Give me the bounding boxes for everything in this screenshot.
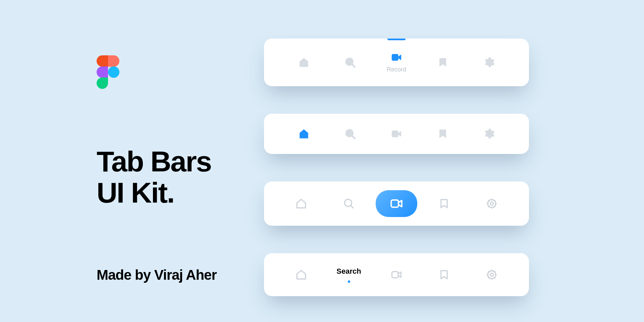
- tab-record[interactable]: [373, 253, 420, 296]
- tab-search[interactable]: [327, 114, 373, 154]
- active-indicator: [387, 39, 406, 40]
- tab-label: Search: [336, 267, 361, 276]
- bookmark-icon: [438, 198, 450, 209]
- tabbar-variant-1: Record: [264, 39, 529, 86]
- gear-icon: [486, 269, 497, 280]
- bookmark-icon: [438, 269, 450, 280]
- tab-search[interactable]: [327, 39, 373, 86]
- gear-icon: [483, 128, 495, 140]
- home-icon: [296, 269, 307, 280]
- gear-icon: [486, 198, 497, 209]
- tab-search[interactable]: Search: [325, 253, 373, 296]
- tab-home[interactable]: [277, 181, 325, 226]
- tab-settings[interactable]: [466, 39, 512, 86]
- tab-settings[interactable]: [468, 253, 516, 296]
- active-dot-indicator: [348, 280, 350, 283]
- tab-bookmark[interactable]: [420, 114, 466, 154]
- tab-settings[interactable]: [468, 181, 516, 226]
- video-icon: [391, 128, 402, 140]
- home-icon: [298, 57, 310, 68]
- tab-search[interactable]: [325, 181, 373, 226]
- tab-home[interactable]: [281, 114, 327, 154]
- home-icon: [296, 198, 307, 209]
- video-icon: [391, 52, 402, 63]
- tab-record[interactable]: [373, 114, 420, 154]
- tab-record[interactable]: Record: [373, 39, 420, 86]
- tab-home[interactable]: [277, 253, 325, 296]
- page-title: Tab BarsUI Kit.: [97, 146, 217, 208]
- search-icon: [343, 198, 355, 209]
- video-icon: [391, 269, 402, 280]
- home-icon: [298, 128, 310, 140]
- bookmark-icon: [437, 128, 448, 140]
- tab-bookmark[interactable]: [420, 39, 466, 86]
- video-icon: [390, 197, 403, 210]
- tabbar-variant-3: [264, 181, 529, 226]
- tab-settings[interactable]: [466, 114, 512, 154]
- tabbar-variant-4: Search: [264, 253, 529, 296]
- tab-label: Record: [387, 66, 406, 73]
- active-pill: [376, 190, 417, 217]
- search-icon: [344, 128, 356, 140]
- tab-record[interactable]: [373, 181, 420, 226]
- gear-icon: [483, 57, 495, 68]
- tab-bookmark[interactable]: [420, 181, 468, 226]
- search-icon: [344, 57, 356, 68]
- figma-logo: [97, 55, 119, 89]
- author-credit: Made by Viraj Aher: [97, 267, 217, 283]
- bookmark-icon: [437, 57, 448, 68]
- tab-bookmark[interactable]: [420, 253, 468, 296]
- tab-home[interactable]: [281, 39, 327, 86]
- tabbar-variant-2: [264, 114, 529, 154]
